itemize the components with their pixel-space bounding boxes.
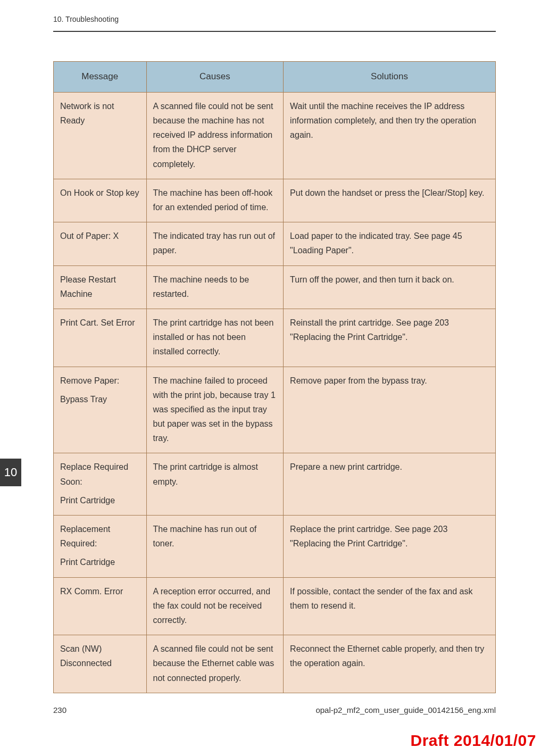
- message-line: On Hook or Stop key: [60, 186, 140, 200]
- message-line: Out of Paper: X: [60, 229, 140, 243]
- cell-message: On Hook or Stop key: [54, 179, 147, 222]
- breadcrumb: 10. Troubleshooting: [53, 15, 119, 23]
- cell-solutions: Turn off the power, and then turn it bac…: [284, 265, 496, 309]
- cell-message: Please Restart Machine: [54, 265, 147, 309]
- table-row: Please Restart MachineThe machine needs …: [54, 265, 496, 309]
- cell-solutions: Load paper to the indicated tray. See pa…: [284, 222, 496, 265]
- message-line: RX Comm. Error: [60, 584, 140, 599]
- cell-causes: The machine has been off-hook for an ext…: [146, 179, 284, 222]
- cell-solutions: Put down the handset or press the [Clear…: [284, 179, 496, 222]
- cell-message: Replace Required Soon:Print Cartridge: [54, 453, 147, 516]
- message-line: Network is not Ready: [60, 99, 140, 128]
- message-line: Scan (NW) Disconnected: [60, 642, 140, 670]
- table-row: Remove Paper:Bypass TrayThe machine fail…: [54, 367, 496, 453]
- header-causes: Causes: [146, 62, 284, 93]
- table-row: RX Comm. ErrorA reception error occurred…: [54, 577, 496, 635]
- cell-solutions: Reconnect the Ethernet cable properly, a…: [284, 635, 496, 693]
- table-row: Print Cart. Set ErrorThe print cartridge…: [54, 309, 496, 367]
- header-solutions: Solutions: [284, 62, 496, 93]
- cell-message: Remove Paper:Bypass Tray: [54, 367, 147, 453]
- cell-message: Print Cart. Set Error: [54, 309, 147, 367]
- cell-causes: The print cartridge has not been install…: [146, 309, 284, 367]
- troubleshooting-table: Message Causes Solutions Network is not …: [53, 61, 496, 693]
- message-line: Bypass Tray: [60, 392, 140, 406]
- message-line: Replacement Required:: [60, 522, 140, 551]
- message-line: Print Cart. Set Error: [60, 315, 140, 330]
- chapter-side-tab: 10: [0, 459, 21, 486]
- header-message: Message: [54, 62, 147, 93]
- cell-causes: A reception error occurred, and the fax …: [146, 577, 284, 635]
- draft-stamp: Draft 2014/01/07: [411, 732, 537, 750]
- cell-causes: The print cartridge is almost empty.: [146, 453, 284, 516]
- table-row: Replace Required Soon:Print CartridgeThe…: [54, 453, 496, 516]
- cell-causes: The machine needs to be restarted.: [146, 265, 284, 309]
- cell-message: Network is not Ready: [54, 92, 147, 179]
- message-line: Print Cartridge: [60, 555, 140, 569]
- cell-causes: A scanned file could not be sent because…: [146, 92, 284, 179]
- table-row: Out of Paper: XThe indicated tray has ru…: [54, 222, 496, 265]
- cell-causes: The machine failed to proceed with the p…: [146, 367, 284, 453]
- message-line: Please Restart Machine: [60, 272, 140, 301]
- cell-message: RX Comm. Error: [54, 577, 147, 635]
- cell-message: Scan (NW) Disconnected: [54, 635, 147, 693]
- cell-message: Out of Paper: X: [54, 222, 147, 265]
- page-number: 230: [53, 705, 66, 715]
- cell-solutions: Wait until the machine receives the IP a…: [284, 92, 496, 179]
- table-header-row: Message Causes Solutions: [54, 62, 496, 93]
- main-content: Message Causes Solutions Network is not …: [0, 32, 549, 693]
- cell-solutions: Replace the print cartridge. See page 20…: [284, 516, 496, 578]
- cell-message: Replacement Required:Print Cartridge: [54, 516, 147, 578]
- cell-solutions: Remove paper from the bypass tray.: [284, 367, 496, 453]
- file-reference: opal-p2_mf2_com_user_guide_00142156_eng.…: [315, 705, 496, 715]
- cell-solutions: Prepare a new print cartridge.: [284, 453, 496, 516]
- message-line: Remove Paper:: [60, 373, 140, 388]
- cell-causes: The indicated tray has run out of paper.: [146, 222, 284, 265]
- table-row: Network is not ReadyA scanned file could…: [54, 92, 496, 179]
- message-line: Print Cartridge: [60, 493, 140, 508]
- table-row: On Hook or Stop keyThe machine has been …: [54, 179, 496, 222]
- cell-solutions: Reinstall the print cartridge. See page …: [284, 309, 496, 367]
- table-row: Replacement Required:Print CartridgeThe …: [54, 516, 496, 578]
- cell-causes: A scanned file could not be sent because…: [146, 635, 284, 693]
- page-footer: 230 opal-p2_mf2_com_user_guide_00142156_…: [0, 705, 549, 715]
- table-row: Scan (NW) DisconnectedA scanned file cou…: [54, 635, 496, 693]
- cell-solutions: If possible, contact the sender of the f…: [284, 577, 496, 635]
- cell-causes: The machine has run out of toner.: [146, 516, 284, 578]
- message-line: Replace Required Soon:: [60, 460, 140, 488]
